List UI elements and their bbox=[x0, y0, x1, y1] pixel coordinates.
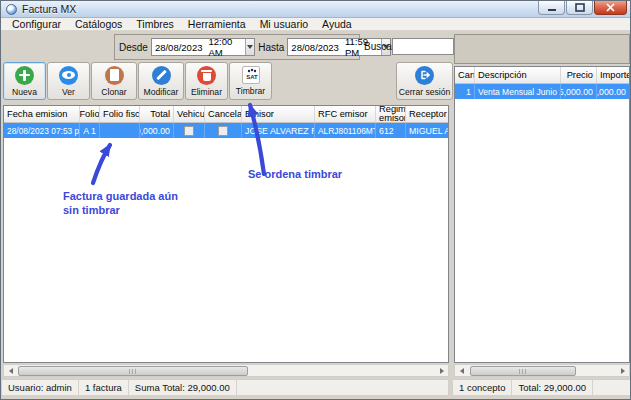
trash-icon bbox=[197, 66, 216, 85]
desde-dropdown-button[interactable] bbox=[245, 39, 254, 55]
col-precio[interactable]: Precio bbox=[561, 67, 597, 83]
hasta-date-value: 28/08/2023 bbox=[291, 42, 339, 53]
status-factura-count: 1 factura bbox=[79, 380, 129, 395]
menu-timbres[interactable]: Timbres bbox=[129, 18, 181, 30]
scroll-right-icon[interactable] bbox=[435, 365, 448, 376]
concepts-table: Cant Descripción Precio Importe 1 Venta … bbox=[454, 66, 630, 363]
concepts-table-header: Cant Descripción Precio Importe bbox=[455, 67, 629, 84]
status-bar-left: Usuario: admin 1 factura Suma Total: 29,… bbox=[1, 379, 449, 396]
buscar-input[interactable] bbox=[392, 38, 454, 55]
menu-configurar[interactable]: Configurar bbox=[5, 18, 68, 30]
cell-folio-fiscal bbox=[100, 123, 140, 138]
plus-icon bbox=[15, 66, 34, 85]
logout-icon bbox=[415, 66, 434, 85]
menu-mi-usuario[interactable]: Mi usuario bbox=[253, 18, 315, 30]
status-usuario: Usuario: admin bbox=[2, 380, 79, 395]
eye-icon bbox=[59, 66, 78, 85]
window-title: Factura MX bbox=[22, 3, 76, 15]
cell-regimen-emisor: 612 bbox=[376, 123, 406, 138]
annotation-unstamped-line2: sin timbrar bbox=[63, 203, 178, 217]
clonar-button[interactable]: Clonar bbox=[91, 62, 137, 100]
modificar-button[interactable]: Modificar bbox=[138, 62, 184, 100]
desde-time-value: 12:00 AM bbox=[208, 36, 236, 58]
cerrar-sesion-label: Cerrar sesión bbox=[399, 87, 451, 97]
nueva-button[interactable]: Nueva bbox=[3, 62, 46, 100]
close-button[interactable] bbox=[594, 1, 627, 15]
col-vehiculo[interactable]: Vehiculo bbox=[174, 106, 205, 122]
cell-importe: 25,000.00 bbox=[597, 84, 629, 99]
col-descripcion[interactable]: Descripción bbox=[475, 67, 561, 83]
desde-datetime-picker[interactable]: 28/08/2023 12:00 AM bbox=[151, 38, 255, 56]
desde-label: Desde bbox=[119, 42, 148, 53]
col-importe[interactable]: Importe bbox=[597, 67, 629, 83]
maximize-button[interactable] bbox=[566, 1, 593, 15]
cell-total: 29,000.00 bbox=[140, 123, 174, 138]
cerrar-sesion-button[interactable]: Cerrar sesión bbox=[396, 62, 453, 100]
annotation-unstamped: Factura guardada aún sin timbrar bbox=[63, 189, 178, 217]
invoices-hscrollbar[interactable] bbox=[3, 364, 449, 377]
eliminar-label: Eliminar bbox=[191, 87, 222, 97]
sat-icon: SAT bbox=[242, 66, 260, 84]
timbrar-button[interactable]: SAT Timbrar bbox=[229, 62, 272, 100]
concepts-hscrollbar[interactable] bbox=[454, 364, 630, 377]
col-total[interactable]: Total bbox=[140, 106, 174, 122]
col-folio-fiscal[interactable]: Folio fiscal bbox=[100, 106, 140, 122]
nueva-label: Nueva bbox=[12, 87, 37, 97]
close-icon bbox=[606, 3, 615, 12]
concepts-hscrollbar-thumb[interactable] bbox=[470, 366, 576, 376]
pencil-icon bbox=[152, 66, 171, 85]
timbrar-label: Timbrar bbox=[236, 86, 265, 96]
menu-ayuda[interactable]: Ayuda bbox=[315, 18, 359, 30]
clonar-label: Clonar bbox=[101, 87, 126, 97]
col-regimen-emisor[interactable]: Regimen emisor bbox=[376, 106, 406, 122]
eliminar-button[interactable]: Eliminar bbox=[185, 62, 228, 100]
toolbar: Nueva Ver Clonar Modificar Eliminar bbox=[3, 62, 272, 100]
document-icon bbox=[105, 66, 124, 85]
svg-text:SAT: SAT bbox=[246, 74, 258, 80]
app-icon bbox=[6, 4, 17, 15]
modificar-label: Modificar bbox=[144, 87, 179, 97]
menu-catalogos[interactable]: Catálogos bbox=[68, 18, 129, 30]
ver-button[interactable]: Ver bbox=[47, 62, 90, 100]
annotation-stamp-order: Se ordena timbrar bbox=[248, 167, 342, 181]
maximize-icon bbox=[575, 3, 585, 12]
desde-date-value: 28/08/2023 bbox=[155, 42, 203, 53]
main-content: Desde 28/08/2023 12:00 AM Hasta 28/08/20… bbox=[1, 31, 630, 399]
minimize-button[interactable] bbox=[538, 1, 565, 15]
cell-precio: 25,000.00 bbox=[561, 84, 597, 99]
invoice-row-selected[interactable]: 28/08/2023 07:53 p.m. A 1 29,000.00 JOSE… bbox=[4, 123, 448, 138]
status-concepto-count: 1 concepto bbox=[453, 380, 512, 395]
hasta-label: Hasta bbox=[258, 42, 284, 53]
cell-emisor: JOSE ALVAREZ ROMO bbox=[242, 123, 315, 138]
invoices-table: Fecha emision Folio Folio fiscal Total V… bbox=[3, 105, 449, 363]
col-fecha-emision[interactable]: Fecha emision bbox=[4, 106, 80, 122]
cell-receptor: MIGUEL ANG bbox=[406, 123, 448, 138]
concepts-top-box bbox=[454, 34, 630, 64]
status-concepto-total: Total: 29,000.00 bbox=[512, 380, 593, 395]
vehiculo-checkbox[interactable] bbox=[184, 126, 194, 136]
cell-folio: A 1 bbox=[80, 123, 100, 138]
invoices-hscrollbar-thumb[interactable] bbox=[18, 366, 248, 376]
invoices-table-header: Fecha emision Folio Folio fiscal Total V… bbox=[4, 106, 448, 123]
col-cant[interactable]: Cant bbox=[455, 67, 475, 83]
col-cancelada[interactable]: Cancelada bbox=[205, 106, 242, 122]
cancelada-checkbox[interactable] bbox=[218, 126, 228, 136]
status-suma-total: Suma Total: 29,000.00 bbox=[129, 380, 237, 395]
col-rfc-emisor[interactable]: RFC emisor bbox=[315, 106, 376, 122]
cell-vehiculo bbox=[174, 123, 205, 138]
scroll-left-icon[interactable] bbox=[4, 365, 17, 376]
chevron-down-icon bbox=[247, 45, 253, 49]
col-folio[interactable]: Folio bbox=[80, 106, 100, 122]
title-bar[interactable]: Factura MX bbox=[1, 1, 630, 18]
col-receptor[interactable]: Receptor bbox=[406, 106, 448, 122]
cell-cancelada bbox=[205, 123, 242, 138]
date-filter-group: Desde 28/08/2023 12:00 AM Hasta 28/08/20… bbox=[114, 34, 360, 60]
app-window: Factura MX Configurar Catálogos Timbres … bbox=[0, 0, 631, 400]
col-emisor[interactable]: Emisor bbox=[242, 106, 315, 122]
scroll-left-icon[interactable] bbox=[455, 365, 468, 376]
menu-herramienta[interactable]: Herramienta bbox=[181, 18, 253, 30]
status-bar-right: 1 concepto Total: 29,000.00 bbox=[452, 379, 631, 396]
concept-row-selected[interactable]: 1 Venta Mensual Junio 2023 25,000.00 25,… bbox=[455, 84, 629, 99]
annotation-unstamped-line1: Factura guardada aún bbox=[63, 189, 178, 203]
scroll-right-icon[interactable] bbox=[616, 365, 629, 376]
